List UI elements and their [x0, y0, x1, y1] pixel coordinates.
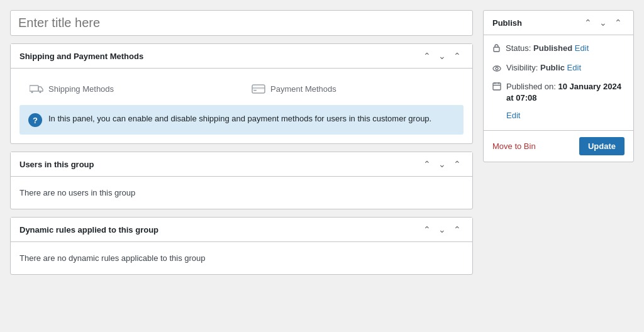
svg-rect-0 [30, 86, 38, 91]
published-text: Published on: 10 January 2024 at 07:08 [506, 81, 625, 104]
shipping-payment-panel-title: Shipping and Payment Methods [19, 52, 143, 61]
svg-rect-5 [253, 90, 257, 91]
users-panel-down-btn[interactable]: ⌄ [436, 158, 448, 170]
payment-methods-label: Payment Methods [270, 84, 336, 94]
dynamic-rules-panel-body: There are no dynamic rules applicable to… [11, 242, 472, 274]
users-panel-header: Users in this group ⌃ ⌄ ⌃ [11, 152, 472, 177]
publish-panel-controls: ⌃ ⌄ ⌃ [582, 17, 625, 28]
dynamic-rules-panel-up-btn[interactable]: ⌃ [421, 224, 433, 235]
calendar-icon [492, 82, 501, 94]
dynamic-rules-panel-title: Dynamic rules applied to this group [19, 225, 158, 235]
payment-card-icon [252, 84, 265, 94]
move-to-bin-link[interactable]: Move to Bin [492, 141, 536, 151]
users-panel-up-btn[interactable]: ⌃ [421, 158, 433, 170]
publish-panel-footer: Move to Bin Update [484, 130, 633, 162]
shipping-payment-panel-header: Shipping and Payment Methods ⌃ ⌄ ⌃ [11, 44, 472, 69]
svg-rect-4 [252, 87, 265, 89]
visibility-edit-link[interactable]: Edit [567, 63, 581, 72]
publish-panel: Publish ⌃ ⌄ ⌃ Statu [483, 10, 634, 162]
info-text: In this panel, you can enable and disabl… [48, 113, 431, 125]
publish-panel-body: Status: Published Edit Visibility: [484, 35, 633, 130]
methods-grid: Shipping Methods Payment Methods [19, 77, 464, 100]
visibility-row: Visibility: Public Edit [492, 62, 625, 75]
svg-rect-6 [494, 47, 499, 52]
users-panel-controls: ⌃ ⌄ ⌃ [421, 158, 464, 170]
status-row: Status: Published Edit [492, 43, 625, 56]
shipping-methods-label: Shipping Methods [48, 84, 114, 94]
publish-panel-header: Publish ⌃ ⌄ ⌃ [484, 11, 633, 35]
published-row: Published on: 10 January 2024 at 07:08 [492, 81, 625, 104]
users-panel-expand-btn[interactable]: ⌃ [451, 158, 464, 170]
shipping-methods-item[interactable]: Shipping Methods [19, 77, 242, 100]
info-box: ? In this panel, you can enable and disa… [19, 105, 464, 135]
users-empty-text: There are no users in this group [19, 185, 464, 200]
svg-point-1 [31, 91, 33, 93]
update-button[interactable]: Update [579, 137, 625, 155]
shipping-payment-panel-controls: ⌃ ⌄ ⌃ [421, 50, 464, 62]
lock-icon [492, 43, 501, 56]
users-panel-body: There are no users in this group [11, 177, 472, 209]
publish-panel-title: Publish [492, 18, 522, 28]
eye-icon [492, 63, 501, 75]
status-edit-link[interactable]: Edit [575, 43, 589, 53]
page-title-input[interactable]: Dummy [10, 10, 473, 36]
published-date-edit-link[interactable]: Edit [506, 111, 625, 120]
shipping-payment-panel: Shipping and Payment Methods ⌃ ⌄ ⌃ [10, 43, 473, 144]
svg-point-2 [40, 91, 42, 93]
payment-methods-item[interactable]: Payment Methods [242, 77, 464, 100]
dynamic-rules-panel: Dynamic rules applied to this group ⌃ ⌄ … [10, 217, 473, 275]
publish-panel-expand-btn[interactable]: ⌃ [612, 17, 625, 28]
shipping-payment-panel-down-btn[interactable]: ⌄ [436, 50, 448, 62]
svg-point-7 [493, 66, 501, 71]
users-panel: Users in this group ⌃ ⌄ ⌃ There are no u… [10, 152, 473, 209]
shipping-truck-icon [30, 84, 43, 94]
visibility-text: Visibility: Public Edit [506, 62, 581, 74]
svg-rect-9 [493, 83, 501, 90]
svg-point-8 [496, 67, 498, 70]
info-icon: ? [28, 113, 42, 127]
dynamic-rules-empty-text: There are no dynamic rules applicable to… [19, 251, 464, 265]
publish-panel-down-btn[interactable]: ⌄ [597, 17, 609, 28]
shipping-payment-panel-body: Shipping Methods Payment Methods [11, 69, 472, 143]
users-panel-title: Users in this group [19, 160, 94, 169]
dynamic-rules-panel-controls: ⌃ ⌄ ⌃ [421, 224, 464, 235]
dynamic-rules-panel-header: Dynamic rules applied to this group ⌃ ⌄ … [11, 218, 472, 242]
shipping-payment-panel-up-btn[interactable]: ⌃ [421, 50, 433, 62]
publish-panel-up-btn[interactable]: ⌃ [582, 17, 594, 28]
dynamic-rules-panel-expand-btn[interactable]: ⌃ [451, 224, 464, 235]
shipping-payment-panel-expand-btn[interactable]: ⌃ [451, 50, 464, 62]
dynamic-rules-panel-down-btn[interactable]: ⌄ [436, 224, 448, 235]
status-text: Status: Published Edit [506, 43, 589, 54]
